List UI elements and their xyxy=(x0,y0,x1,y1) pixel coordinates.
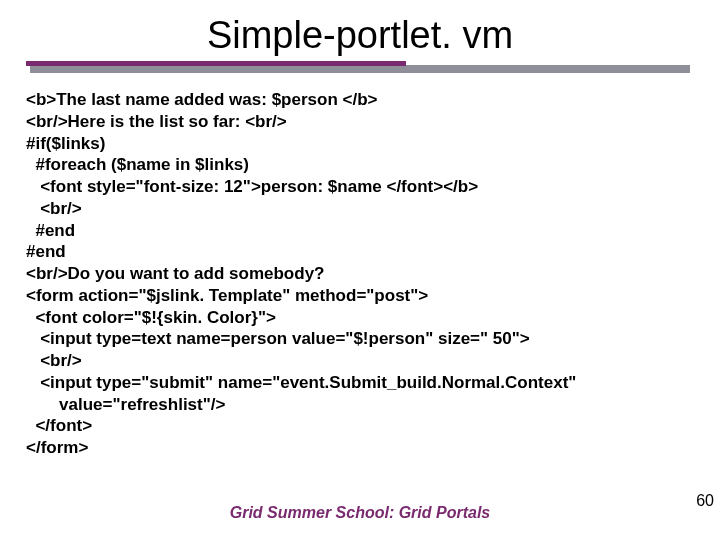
title-underline xyxy=(30,61,690,73)
slide-footer: Grid Summer School: Grid Portals xyxy=(0,504,720,522)
page-number: 60 xyxy=(696,492,714,510)
code-block: <b>The last name added was: $person </b>… xyxy=(26,89,694,459)
slide-title: Simple-portlet. vm xyxy=(0,14,720,57)
